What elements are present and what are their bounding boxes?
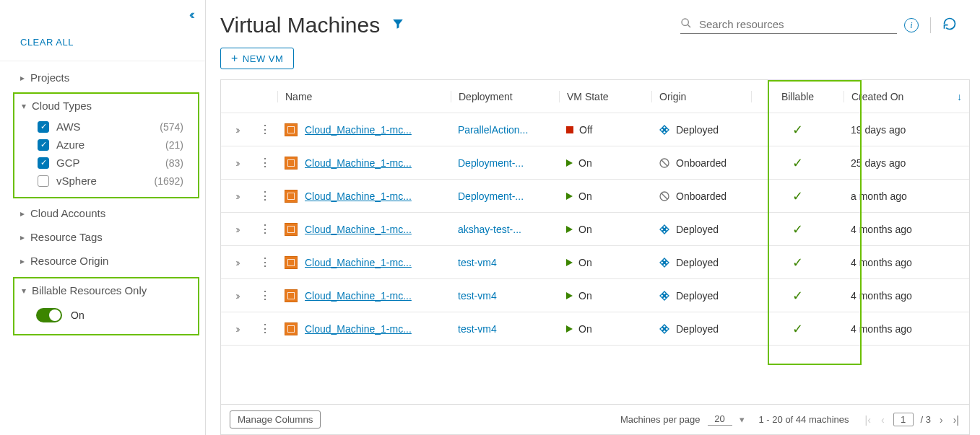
option-label: Azure <box>56 139 165 151</box>
page-input[interactable] <box>893 413 914 426</box>
filter-label: Billable Resources Only <box>32 284 147 296</box>
deployment-link[interactable]: Deployment-... <box>458 190 524 202</box>
col-deployment[interactable]: Deployment <box>451 91 559 102</box>
created-label: 4 months ago <box>851 290 912 302</box>
chevron-right-icon: ▸ <box>20 73 30 83</box>
vm-icon <box>285 322 298 335</box>
filter-resource-origin[interactable]: ▸ Resource Origin <box>0 249 205 273</box>
manage-columns-button[interactable]: Manage Columns <box>230 410 321 429</box>
col-created[interactable]: Created On ↓ <box>844 91 969 102</box>
vm-name-link[interactable]: Cloud_Machine_1-mc... <box>305 257 412 268</box>
filter-billable-only[interactable]: ▾ Billable Resources Only <box>14 278 198 302</box>
col-billable[interactable]: Billable <box>751 91 844 102</box>
first-page-icon[interactable]: |‹ <box>864 414 872 426</box>
filter-icon[interactable] <box>391 17 404 34</box>
cloud-type-option[interactable]: ✓ GCP (83) <box>14 154 198 172</box>
per-page-select[interactable] <box>708 413 732 426</box>
filter-cloud-types[interactable]: ▾ Cloud Types <box>14 94 198 118</box>
search-box[interactable] <box>680 17 897 34</box>
deployment-link[interactable]: Deployment-... <box>458 157 524 169</box>
expand-row-icon[interactable]: ›› <box>235 157 238 169</box>
table-row: ›› ⋮ Cloud_Machine_1-mc... test-vm4 On D… <box>221 246 969 279</box>
vm-name-link[interactable]: Cloud_Machine_1-mc... <box>305 323 412 335</box>
cloud-type-option[interactable]: vSphere (1692) <box>14 172 198 190</box>
origin-label: Deployed <box>676 124 719 136</box>
col-origin[interactable]: Origin <box>651 91 751 102</box>
expand-row-icon[interactable]: ›› <box>235 257 238 268</box>
state-label: On <box>578 190 592 202</box>
last-page-icon[interactable]: ›| <box>952 414 961 426</box>
row-menu-icon[interactable]: ⋮ <box>259 222 271 236</box>
table-row: ›› ⋮ Cloud_Machine_1-mc... Deployment-..… <box>221 146 969 180</box>
origin-label: Deployed <box>676 224 719 235</box>
state-label: On <box>578 257 592 268</box>
search-input[interactable] <box>696 17 897 32</box>
created-label: 4 months ago <box>851 224 912 235</box>
next-page-icon[interactable]: › <box>938 414 945 426</box>
expand-row-icon[interactable]: ›› <box>235 323 238 335</box>
deployment-link[interactable]: test-vm4 <box>458 257 497 268</box>
filter-cloud-accounts[interactable]: ▸ Cloud Accounts <box>0 201 205 225</box>
check-icon: ✓ <box>792 188 803 204</box>
collapse-sidebar-icon[interactable]: ‹‹ <box>189 7 192 22</box>
row-menu-icon[interactable]: ⋮ <box>259 123 271 136</box>
origin-icon <box>659 224 670 235</box>
range-label: 1 - 20 of 44 machines <box>759 414 849 425</box>
state-label: On <box>578 290 592 302</box>
dropdown-icon[interactable]: ▾ <box>740 414 745 425</box>
row-menu-icon[interactable]: ⋮ <box>259 255 271 269</box>
cloud-type-option[interactable]: ✓ AWS (574) <box>14 118 198 136</box>
row-menu-icon[interactable]: ⋮ <box>259 189 271 203</box>
col-label: Created On <box>851 91 903 102</box>
expand-row-icon[interactable]: ›› <box>235 124 238 136</box>
expand-row-icon[interactable]: ›› <box>235 290 238 302</box>
chevron-down-icon: ▾ <box>22 101 32 111</box>
expand-row-icon[interactable]: ›› <box>235 224 238 235</box>
main-content: Virtual Machines i + NEW VM Name Deploym <box>206 0 980 435</box>
vm-name-link[interactable]: Cloud_Machine_1-mc... <box>305 124 412 136</box>
row-menu-icon[interactable]: ⋮ <box>259 289 271 302</box>
vm-icon <box>285 157 298 170</box>
state-icon <box>566 193 573 200</box>
vm-icon <box>285 223 298 236</box>
vm-icon <box>285 256 298 269</box>
row-menu-icon[interactable]: ⋮ <box>259 322 271 335</box>
deployment-link[interactable]: ParallelAction... <box>458 124 528 136</box>
vm-name-link[interactable]: Cloud_Machine_1-mc... <box>305 224 412 235</box>
filter-resource-tags[interactable]: ▸ Resource Tags <box>0 225 205 249</box>
col-state[interactable]: VM State <box>559 91 651 102</box>
row-menu-icon[interactable]: ⋮ <box>259 156 271 170</box>
deployment-link[interactable]: test-vm4 <box>458 290 497 302</box>
origin-icon <box>659 157 670 169</box>
check-icon: ✓ <box>792 155 803 171</box>
checkbox-icon: ✓ <box>38 157 49 169</box>
vm-name-link[interactable]: Cloud_Machine_1-mc... <box>305 190 412 202</box>
check-icon: ✓ <box>792 321 803 337</box>
prev-page-icon[interactable]: ‹ <box>880 414 886 426</box>
origin-label: Deployed <box>676 323 719 335</box>
state-label: On <box>578 323 592 335</box>
vm-icon <box>285 190 298 203</box>
clear-all-button[interactable]: CLEAR ALL <box>0 27 205 61</box>
refresh-icon[interactable] <box>942 17 957 35</box>
vm-name-link[interactable]: Cloud_Machine_1-mc... <box>305 290 412 302</box>
cloud-type-option[interactable]: ✓ Azure (21) <box>14 136 198 154</box>
filter-label: Projects <box>30 71 69 84</box>
option-count: (21) <box>165 139 183 151</box>
info-icon[interactable]: i <box>904 18 919 32</box>
origin-label: Onboarded <box>676 190 727 202</box>
filter-projects[interactable]: ▸ Projects <box>0 66 205 89</box>
created-label: 19 days ago <box>851 124 906 136</box>
deployment-link[interactable]: test-vm4 <box>458 323 497 335</box>
table-row: ›› ⋮ Cloud_Machine_1-mc... test-vm4 On D… <box>221 312 969 346</box>
option-label: GCP <box>56 157 165 169</box>
search-icon <box>680 17 692 31</box>
vm-name-link[interactable]: Cloud_Machine_1-mc... <box>305 157 412 169</box>
chevron-down-icon: ▾ <box>22 286 32 296</box>
new-vm-button[interactable]: + NEW VM <box>220 48 294 69</box>
plus-icon: + <box>231 52 238 65</box>
deployment-link[interactable]: akshay-test-... <box>458 224 521 235</box>
col-name[interactable]: Name <box>277 91 451 102</box>
billable-toggle[interactable] <box>36 308 62 322</box>
expand-row-icon[interactable]: ›› <box>235 190 238 202</box>
